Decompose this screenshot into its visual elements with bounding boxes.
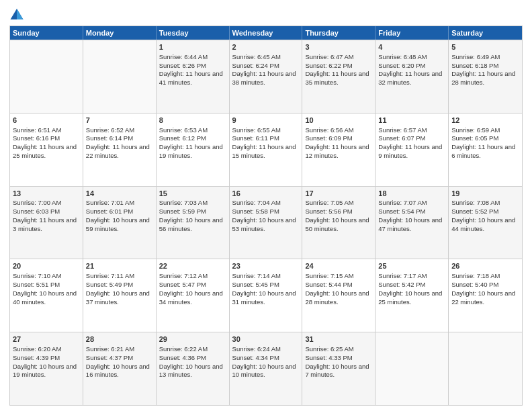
sunset-text: Sunset: 5:44 PM — [305, 281, 352, 288]
calendar-day-3: 3Sunrise: 6:47 AMSunset: 6:22 PMDaylight… — [302, 40, 375, 113]
sunrise-text: Sunrise: 7:15 AM — [305, 272, 353, 279]
day-number: 5 — [451, 42, 519, 52]
daylight-text: Daylight: 11 hours and 28 minutes. — [451, 70, 515, 86]
daylight-text: Daylight: 11 hours and 32 minutes. — [378, 70, 442, 86]
sunset-text: Sunset: 5:52 PM — [451, 208, 498, 215]
daylight-text: Daylight: 10 hours and 34 minutes. — [159, 289, 223, 306]
sunset-text: Sunset: 5:56 PM — [305, 208, 352, 215]
sunrise-text: Sunrise: 7:17 AM — [378, 272, 427, 279]
sunrise-text: Sunrise: 6:45 AM — [232, 53, 281, 60]
sunrise-text: Sunrise: 6:44 AM — [159, 53, 208, 60]
sunset-text: Sunset: 5:47 PM — [159, 281, 206, 288]
sunrise-text: Sunrise: 6:21 AM — [86, 345, 134, 353]
sunset-text: Sunset: 6:24 PM — [232, 62, 279, 69]
sunset-text: Sunset: 4:36 PM — [159, 354, 206, 361]
calendar-header-friday: Friday — [375, 26, 449, 40]
calendar: SundayMondayTuesdayWednesdayThursdayFrid… — [9, 26, 523, 406]
calendar-day-14: 14Sunrise: 7:01 AMSunset: 6:01 PMDayligh… — [83, 187, 157, 259]
daylight-text: Daylight: 10 hours and 47 minutes. — [378, 216, 442, 232]
calendar-row-1: 6Sunrise: 6:51 AMSunset: 6:16 PMDaylight… — [10, 113, 522, 186]
day-number: 17 — [305, 189, 372, 199]
day-number: 6 — [13, 116, 80, 126]
main-container: SundayMondayTuesdayWednesdayThursdayFrid… — [0, 0, 532, 411]
calendar-day-18: 18Sunrise: 7:07 AMSunset: 5:54 PMDayligh… — [375, 187, 449, 259]
calendar-day-12: 12Sunrise: 6:59 AMSunset: 6:05 PMDayligh… — [449, 113, 522, 186]
day-number: 23 — [232, 261, 300, 271]
day-number: 24 — [305, 261, 372, 271]
sunset-text: Sunset: 5:54 PM — [378, 208, 425, 215]
day-number: 21 — [86, 261, 153, 271]
sunset-text: Sunset: 6:18 PM — [451, 62, 498, 69]
sunrise-text: Sunrise: 7:12 AM — [159, 272, 208, 279]
day-number: 27 — [13, 334, 80, 345]
calendar-row-2: 13Sunrise: 7:00 AMSunset: 6:03 PMDayligh… — [10, 186, 522, 259]
calendar-day-24: 24Sunrise: 7:15 AMSunset: 5:44 PMDayligh… — [302, 259, 375, 332]
calendar-day-5: 5Sunrise: 6:49 AMSunset: 6:18 PMDaylight… — [449, 40, 522, 113]
sunset-text: Sunset: 6:14 PM — [86, 134, 133, 142]
sunrise-text: Sunrise: 6:51 AM — [13, 126, 61, 134]
day-number: 25 — [378, 261, 445, 271]
day-number: 16 — [232, 189, 300, 199]
daylight-text: Daylight: 11 hours and 6 minutes. — [451, 143, 515, 159]
sunset-text: Sunset: 5:42 PM — [378, 281, 425, 288]
calendar-header-row: SundayMondayTuesdayWednesdayThursdayFrid… — [10, 26, 522, 40]
sunset-text: Sunset: 6:11 PM — [232, 134, 279, 142]
daylight-text: Daylight: 10 hours and 25 minutes. — [378, 289, 442, 306]
sunrise-text: Sunrise: 6:53 AM — [159, 126, 208, 134]
day-number: 26 — [451, 261, 519, 271]
daylight-text: Daylight: 11 hours and 25 minutes. — [13, 143, 77, 159]
daylight-text: Daylight: 10 hours and 10 minutes. — [232, 363, 296, 379]
sunrise-text: Sunrise: 6:47 AM — [305, 53, 353, 60]
sunrise-text: Sunrise: 7:04 AM — [232, 199, 281, 206]
day-number: 28 — [86, 334, 153, 345]
calendar-day-10: 10Sunrise: 6:56 AMSunset: 6:09 PMDayligh… — [302, 113, 375, 186]
sunrise-text: Sunrise: 7:11 AM — [86, 272, 134, 279]
sunrise-text: Sunrise: 7:18 AM — [451, 272, 500, 279]
sunrise-text: Sunrise: 6:59 AM — [451, 126, 500, 134]
daylight-text: Daylight: 10 hours and 28 minutes. — [305, 289, 369, 306]
sunset-text: Sunset: 4:37 PM — [86, 354, 133, 361]
sunset-text: Sunset: 5:51 PM — [13, 281, 60, 288]
calendar-empty-cell — [375, 332, 449, 405]
sunset-text: Sunset: 6:03 PM — [13, 208, 60, 215]
calendar-empty-cell — [449, 332, 522, 405]
day-number: 12 — [451, 116, 519, 126]
daylight-text: Daylight: 11 hours and 19 minutes. — [159, 143, 223, 159]
calendar-header-wednesday: Wednesday — [230, 26, 303, 40]
sunrise-text: Sunrise: 6:24 AM — [232, 345, 281, 353]
day-number: 1 — [159, 42, 226, 52]
day-number: 14 — [86, 189, 153, 199]
sunrise-text: Sunrise: 7:01 AM — [86, 199, 134, 206]
day-number: 13 — [13, 189, 80, 199]
daylight-text: Daylight: 10 hours and 53 minutes. — [232, 216, 296, 232]
day-number: 10 — [305, 116, 372, 126]
sunset-text: Sunset: 6:16 PM — [13, 134, 60, 142]
sunrise-text: Sunrise: 6:25 AM — [305, 345, 353, 353]
sunset-text: Sunset: 6:22 PM — [305, 62, 352, 69]
calendar-day-11: 11Sunrise: 6:57 AMSunset: 6:07 PMDayligh… — [375, 113, 449, 186]
calendar-day-27: 27Sunrise: 6:20 AMSunset: 4:39 PMDayligh… — [10, 332, 83, 405]
sunset-text: Sunset: 5:58 PM — [232, 208, 279, 215]
calendar-day-31: 31Sunrise: 6:25 AMSunset: 4:33 PMDayligh… — [302, 332, 375, 405]
sunrise-text: Sunrise: 6:22 AM — [159, 345, 208, 353]
sunrise-text: Sunrise: 6:48 AM — [378, 53, 427, 60]
daylight-text: Daylight: 10 hours and 19 minutes. — [13, 363, 77, 379]
calendar-row-0: 1Sunrise: 6:44 AMSunset: 6:26 PMDaylight… — [10, 40, 522, 113]
day-number: 29 — [159, 334, 226, 345]
day-number: 22 — [159, 261, 226, 271]
sunset-text: Sunset: 4:34 PM — [232, 354, 279, 361]
sunset-text: Sunset: 6:05 PM — [451, 134, 498, 142]
daylight-text: Daylight: 11 hours and 3 minutes. — [13, 216, 77, 232]
calendar-day-6: 6Sunrise: 6:51 AMSunset: 6:16 PMDaylight… — [10, 113, 83, 186]
sunrise-text: Sunrise: 7:07 AM — [378, 199, 427, 206]
calendar-day-9: 9Sunrise: 6:55 AMSunset: 6:11 PMDaylight… — [230, 113, 303, 186]
sunset-text: Sunset: 5:49 PM — [86, 281, 133, 288]
day-number: 15 — [159, 189, 226, 199]
header — [9, 7, 523, 21]
calendar-day-15: 15Sunrise: 7:03 AMSunset: 5:59 PMDayligh… — [157, 187, 230, 259]
daylight-text: Daylight: 10 hours and 40 minutes. — [13, 289, 77, 306]
calendar-header-tuesday: Tuesday — [157, 26, 230, 40]
daylight-text: Daylight: 10 hours and 7 minutes. — [305, 363, 369, 379]
daylight-text: Daylight: 10 hours and 13 minutes. — [159, 363, 223, 379]
day-number: 4 — [378, 42, 445, 52]
